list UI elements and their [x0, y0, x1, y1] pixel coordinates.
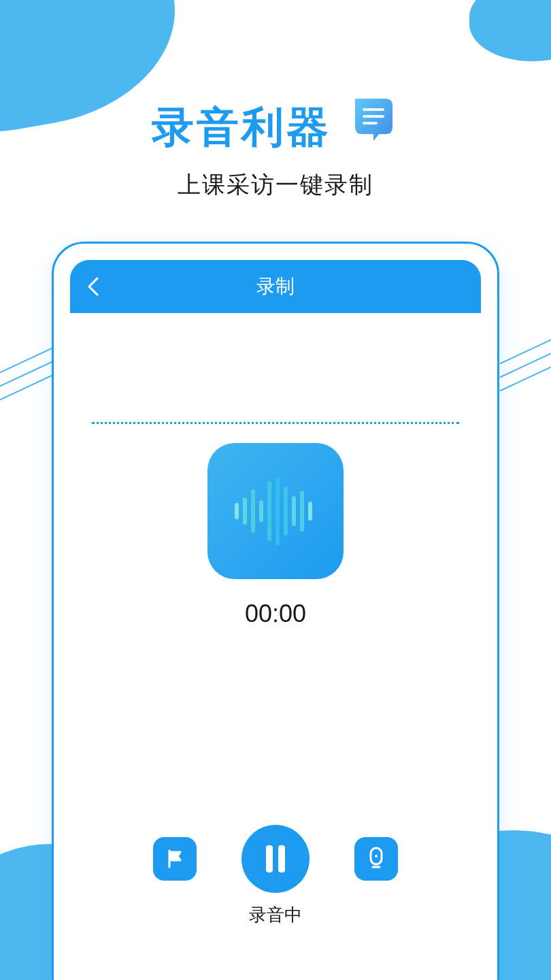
recording-timer: 00:00 — [70, 600, 481, 628]
svg-rect-12 — [308, 502, 312, 521]
flag-button[interactable] — [153, 837, 197, 881]
chat-bubble-icon — [345, 92, 399, 149]
app-bar: 录制 — [70, 260, 481, 313]
svg-rect-9 — [284, 487, 288, 536]
svg-rect-10 — [292, 496, 296, 526]
svg-rect-1 — [363, 115, 384, 118]
page-header: 录音利器 上课采访一键录制 — [0, 99, 551, 201]
svg-rect-13 — [266, 845, 273, 872]
svg-rect-4 — [243, 497, 247, 525]
bg-blob-top-right — [469, 0, 551, 61]
svg-rect-5 — [251, 489, 255, 533]
diagonal-lines-left — [0, 361, 54, 402]
waveform-track — [92, 422, 459, 424]
diagonal-lines-right — [497, 347, 551, 388]
phone-screen: 录制 00:00 — [70, 260, 481, 980]
svg-rect-6 — [259, 500, 263, 522]
recording-content: 00:00 — [70, 313, 481, 628]
svg-rect-8 — [276, 477, 280, 545]
svg-rect-11 — [300, 491, 304, 532]
svg-rect-7 — [267, 481, 271, 541]
waveform-icon — [207, 443, 344, 579]
pause-button[interactable] — [241, 825, 310, 893]
recording-status: 录音中 — [70, 903, 481, 927]
main-title: 录音利器 — [152, 99, 331, 156]
svg-rect-0 — [363, 108, 384, 111]
svg-rect-3 — [235, 503, 239, 519]
svg-point-16 — [375, 855, 378, 858]
phone-mockup: 录制 00:00 — [52, 242, 499, 980]
back-button[interactable] — [86, 276, 100, 297]
subtitle: 上课采访一键录制 — [0, 169, 551, 201]
playback-controls — [70, 825, 481, 893]
svg-rect-2 — [363, 122, 378, 125]
svg-rect-14 — [278, 845, 285, 872]
save-button[interactable] — [354, 837, 398, 881]
app-bar-title: 录制 — [70, 274, 481, 299]
